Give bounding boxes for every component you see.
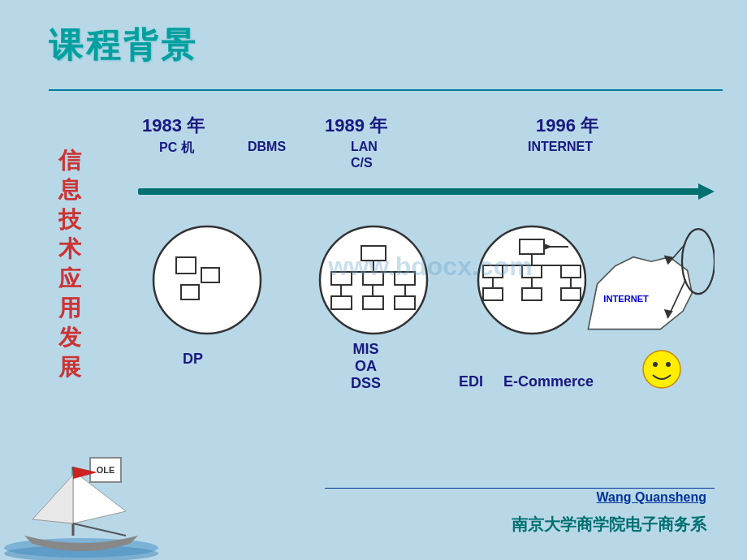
label-internet-top: INTERNET: [528, 140, 593, 154]
left-char-5: 应: [58, 265, 83, 294]
left-char-4: 术: [58, 235, 83, 264]
label-oa: OA: [351, 358, 381, 375]
internet-svg: INTERNET: [552, 203, 715, 365]
circle-mis: [317, 223, 430, 337]
svg-point-39: [653, 362, 658, 367]
svg-text:INTERNET: INTERNET: [603, 294, 649, 304]
page-title: 课程背景: [49, 23, 198, 68]
svg-point-33: [682, 229, 715, 294]
label-mis: MIS: [351, 341, 381, 358]
author-name: Wang Quansheng: [597, 490, 706, 505]
svg-point-38: [643, 351, 680, 388]
label-lan: LAN: [351, 140, 378, 154]
left-char-1: 信: [58, 146, 83, 175]
institution-name: 南京大学商学院电子商务系: [512, 514, 706, 536]
svg-point-4: [320, 226, 427, 334]
year-1983-label: 1983 年: [142, 114, 205, 138]
timeline-arrowhead: [698, 183, 715, 200]
left-char-3: 技: [58, 205, 83, 235]
smiley-face: [641, 349, 682, 390]
label-pc: PC 机: [159, 140, 194, 157]
label-dss: DSS: [351, 375, 381, 392]
left-char-7: 发: [58, 323, 83, 352]
label-ecommerce: E-Commerce: [503, 373, 594, 390]
year-1989-label: 1989 年: [325, 114, 387, 138]
label-dbms: DBMS: [248, 140, 286, 154]
year-1996-label: 1996 年: [536, 114, 598, 138]
left-char-8: 展: [58, 353, 83, 382]
sailboat-illustration: [0, 430, 162, 560]
svg-line-44: [73, 523, 126, 536]
timeline-arrow: [138, 183, 715, 195]
svg-point-40: [666, 362, 671, 367]
left-char-2: 息: [58, 175, 83, 205]
label-dp: DP: [183, 351, 203, 368]
title-divider: [49, 89, 723, 91]
timeline-line: [138, 188, 700, 195]
svg-point-0: [153, 226, 261, 334]
label-cs: C/S: [351, 156, 373, 170]
label-mis-group: MIS OA DSS: [351, 341, 381, 392]
left-char-6: 用: [58, 294, 83, 323]
circle-dp: [150, 223, 264, 337]
label-edi: EDI: [459, 373, 483, 390]
bottom-divider: [325, 488, 715, 489]
left-vertical-text: 信 息 技 术 应 用 发 展: [58, 146, 83, 382]
